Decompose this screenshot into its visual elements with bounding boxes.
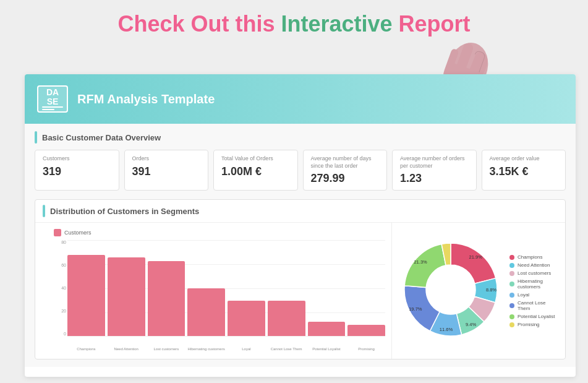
donut-svg: 21.9%8.8%9.4%11.6%19.7%21.3%: [398, 237, 503, 342]
donut-legend-label-3: Hibernating customers: [518, 278, 559, 290]
donut-label-6: 21.3%: [414, 260, 427, 265]
donut-legend-item-2: Lost customers: [509, 270, 559, 276]
dashboard-header: DASE RFM Analysis Template: [25, 74, 576, 124]
donut-legend-dot-0: [509, 255, 514, 260]
logo-line-1: [42, 106, 63, 108]
dash-content: Basic Customer Data Overview Customers 3…: [25, 124, 576, 367]
stat-avg-orders-value: 1.23: [400, 172, 469, 185]
dash-logo: DASE: [37, 85, 68, 113]
page-title: Check Out this Interactive Report: [0, 11, 588, 37]
donut-legend-dot-1: [509, 263, 514, 268]
donut-legend-item-3: Hibernating customers: [509, 278, 559, 290]
bar-group-0: [67, 240, 105, 336]
bar-chart-inner: 80 60 40 20 0: [54, 240, 385, 336]
donut-legend-dot-5: [509, 303, 514, 308]
bar-1: [108, 257, 145, 336]
donut-legend-label-6: Potential Loyalist: [518, 314, 555, 319]
stat-total-value-label: Total Value of Orders: [221, 155, 290, 163]
x-label-2: Lost customers: [148, 347, 185, 351]
bar-chart-legend: Customers: [54, 229, 385, 236]
bar-group-3: [187, 240, 225, 336]
bar-0: [67, 255, 105, 337]
donut-legend: ChampionsNeed AttentionLost customersHib…: [509, 254, 559, 327]
stat-customers: Customers 319: [35, 150, 119, 191]
grid-line-0: [67, 336, 385, 337]
donut-legend-dot-6: [509, 314, 514, 319]
donut-legend-label-5: Cannot Lose Them: [518, 300, 559, 311]
donut-label-4: 11.6%: [440, 327, 453, 332]
stat-avg-days-value: 279.99: [311, 172, 380, 185]
basic-overview-title: Basic Customer Data Overview: [42, 133, 161, 142]
donut-legend-dot-3: [509, 282, 514, 286]
svg-point-2: [426, 265, 475, 314]
donut-legend-item-7: Promising: [509, 322, 559, 327]
x-label-6: Potential Loyalist: [308, 347, 346, 351]
x-label-0: Champions: [67, 347, 105, 351]
distribution-header: Distribution of Customers in Segments: [35, 200, 565, 223]
donut-label-5: 19.7%: [409, 306, 422, 312]
x-label-4: Loyal: [228, 347, 265, 351]
logo-lines: [40, 106, 65, 110]
y-tick-80: 80: [61, 240, 66, 244]
stat-avg-order-value-value: 3.15K €: [490, 165, 558, 178]
dashboard-card: DASE RFM Analysis Template Basic Custome…: [25, 74, 576, 377]
stat-customers-value: 319: [43, 165, 111, 178]
donut-legend-label-0: Champions: [518, 254, 542, 260]
dashboard-title: RFM Analysis Template: [77, 92, 215, 106]
bar-6: [308, 322, 346, 336]
distribution-title: Distribution of Customers in Segments: [50, 207, 199, 216]
donut-legend-label-7: Promising: [518, 322, 540, 327]
donut-legend-item-4: Loyal: [509, 292, 559, 298]
donut-legend-dot-7: [509, 322, 514, 327]
stat-avg-days-label: Average number of days since the last or…: [311, 155, 380, 170]
stats-row: Customers 319 Orders 391 Total Value of …: [35, 150, 566, 191]
title-interactive: Interactive: [281, 11, 392, 37]
bar-legend-label: Customers: [64, 230, 92, 236]
donut-label-1: 8.8%: [486, 288, 496, 293]
y-tick-40: 40: [61, 286, 66, 290]
bar-group-5: [268, 240, 305, 336]
bar-3: [187, 288, 225, 337]
donut-label-3: 9.4%: [466, 322, 476, 327]
basic-overview-header: Basic Customer Data Overview: [35, 131, 566, 144]
x-label-5: Cannot Lose Them: [268, 347, 305, 351]
donut-legend-item-6: Potential Loyalist: [509, 314, 559, 319]
stat-avg-days: Average number of days since the last or…: [303, 150, 388, 191]
donut-legend-label-1: Need Attention: [518, 262, 550, 268]
page-background: Check Out this Interactive Report DASE R…: [0, 0, 588, 383]
distribution-section-bar: [43, 205, 45, 217]
donut-svg-wrap: 21.9%8.8%9.4%11.6%19.7%21.3%: [398, 237, 503, 345]
x-label-1: Need Attention: [108, 347, 145, 351]
bar-7: [347, 325, 385, 337]
stat-orders: Orders 391: [124, 150, 209, 191]
bar-5: [268, 301, 305, 336]
bars-container: [67, 240, 385, 336]
bar-group-1: [108, 240, 145, 336]
section-bar: [35, 131, 37, 144]
logo-text: DASE: [46, 88, 59, 107]
bar-4: [228, 301, 265, 336]
stat-avg-orders-label: Average number of orders per customer: [400, 155, 469, 170]
stat-avg-orders: Average number of orders per customer 1.…: [392, 150, 477, 191]
stat-avg-order-value: Average order value 3.15K €: [482, 150, 566, 191]
y-tick-60: 60: [61, 263, 66, 267]
stat-avg-order-value-label: Average order value: [490, 155, 558, 163]
y-tick-20: 20: [61, 309, 66, 313]
donut-legend-item-0: Champions: [509, 254, 559, 260]
donut-legend-label-4: Loyal: [518, 292, 529, 298]
bar-group-4: [228, 240, 265, 336]
bar-group-6: [308, 240, 346, 336]
x-labels: ChampionsNeed AttentionLost customersHib…: [67, 347, 385, 351]
bar-group-7: [347, 240, 385, 336]
bar-chart-area: Customers 80 60 40 20 0: [35, 223, 392, 359]
donut-legend-item-1: Need Attention: [509, 262, 559, 268]
bar-group-2: [148, 240, 185, 336]
stat-total-value: Total Value of Orders 1.00M €: [213, 150, 298, 191]
bar-2: [148, 261, 185, 336]
title-check: Check Out this: [117, 11, 281, 37]
stat-total-value-value: 1.00M €: [221, 165, 290, 178]
y-axis: 80 60 40 20 0: [54, 240, 66, 336]
distribution-section: Distribution of Customers in Segments Cu…: [35, 199, 566, 359]
donut-legend-dot-2: [509, 271, 514, 276]
logo-line-2: [42, 109, 54, 110]
